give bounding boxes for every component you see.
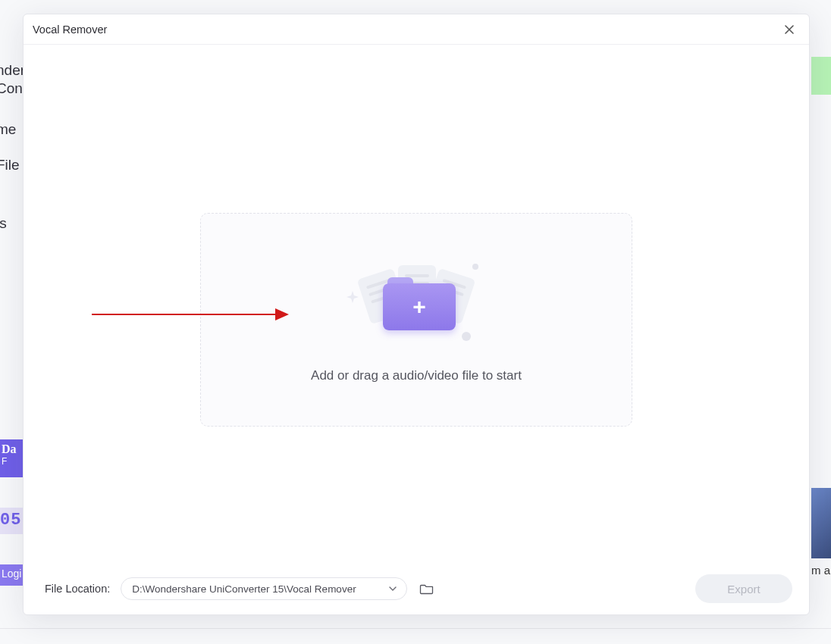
bg-thumbnail [811,488,831,558]
browse-folder-button[interactable] [418,580,436,598]
folder-open-icon [419,581,434,596]
bg-timer: 05 [0,508,23,534]
bg-login: Logi [0,564,23,586]
chevron-down-icon [388,584,397,593]
bg-promo-line2: F [2,456,21,467]
dropzone-illustration: + [356,256,477,339]
sparkle-icon [347,291,359,303]
bg-fragment: File [0,157,23,174]
close-button[interactable] [779,19,800,40]
modal-header: Vocal Remover [24,14,809,45]
bg-promo-box: Da F [0,439,23,477]
folder-plus-icon: + [383,277,456,330]
modal-title: Vocal Remover [33,23,107,36]
bg-promo-line1: Da [2,442,21,456]
close-icon [783,23,795,36]
vocal-remover-modal: Vocal Remover [23,14,810,615]
bg-green-patch [811,57,831,95]
file-location-select[interactable]: D:\Wondershare UniConverter 15\Vocal Rem… [121,577,407,600]
dot-icon [472,264,478,270]
dot-icon [462,332,471,341]
bg-divider [0,628,831,629]
bg-fragment: me [0,121,23,139]
add-file-dropzone[interactable]: + Add or drag a audio/video file to star… [200,213,632,427]
modal-body: + Add or drag a audio/video file to star… [24,45,809,563]
modal-footer: File Location: D:\Wondershare UniConvert… [24,563,809,614]
file-location-label: File Location: [45,583,110,595]
file-location-path: D:\Wondershare UniConverter 15\Vocal Rem… [132,583,356,595]
export-button[interactable]: Export [695,574,792,603]
dropzone-text: Add or drag a audio/video file to start [311,368,522,383]
bg-fragment: nder [0,62,23,80]
bg-fragment: ls [0,215,23,233]
bg-fragment: Con [0,80,23,98]
bg-right-text: m a [811,564,831,577]
